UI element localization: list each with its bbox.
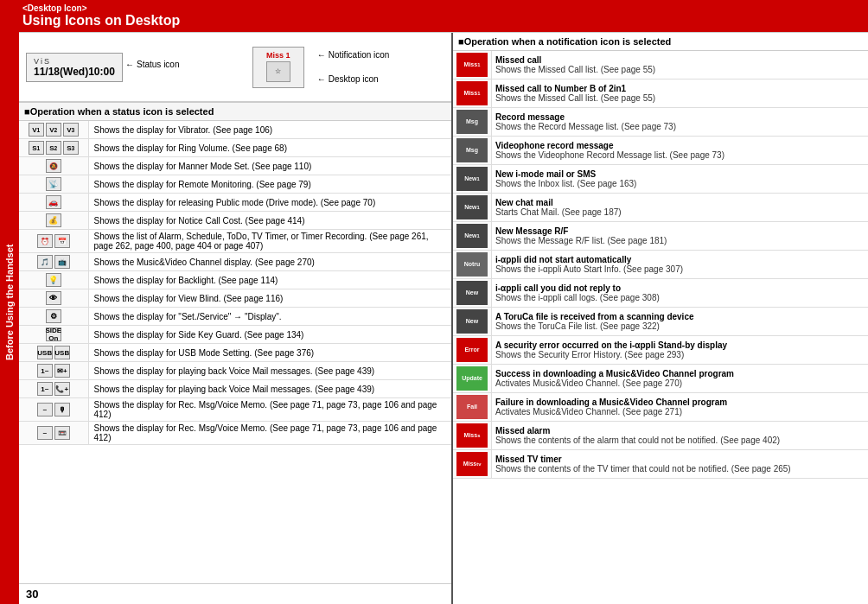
miss-label: Miss 1	[260, 51, 297, 60]
notif-description-cell: Record message Shows the Record Message …	[492, 108, 869, 137]
right-scroll-area[interactable]: Miss1 Missed call Shows the Missed Call …	[453, 51, 868, 604]
description-cell: Shows the display for releasing Public m…	[88, 194, 451, 212]
icon-cell: 1~📞+	[19, 380, 88, 398]
phone-screen: V i S 11/18(Wed)10:00	[26, 53, 123, 82]
status-label-text: Status icon	[137, 60, 179, 69]
page-header: <Desktop Icon> Using Icons on Desktop	[19, 0, 868, 32]
icon-demo-area: V i S 11/18(Wed)10:00 ← Status icon	[19, 33, 451, 102]
notif-description-cell: New Message R/F Shows the Message R/F li…	[492, 222, 869, 251]
icon-cell: ⏰📅	[19, 230, 88, 253]
description-cell: Shows the display for Rec. Msg/Voice Mem…	[88, 422, 451, 445]
sidebar-label-text: Before Using the Handset	[4, 244, 15, 359]
screen-top-icons: V i S	[34, 57, 115, 66]
icon-cell: 🚗	[19, 194, 88, 212]
table-row: USBUSB Shows the display for USB Mode Se…	[19, 344, 451, 362]
notif-icon-cell: Fail	[453, 393, 492, 422]
sidebar-label: Before Using the Handset	[0, 0, 19, 604]
table-row: Notru i-αppli did not start automaticall…	[453, 251, 868, 279]
notif-icon-cell: New	[453, 308, 492, 336]
notification-icon-demo: Miss 1 ☆ ← Notification icon ←	[252, 47, 304, 88]
content-split: V i S 11/18(Wed)10:00 ← Status icon	[19, 32, 868, 604]
table-row: 1~✉+ Shows the display for playing back …	[19, 362, 451, 380]
i-icon: i	[41, 57, 42, 66]
table-row: 1~📞+ Shows the display for playing back …	[19, 380, 451, 398]
description-cell: Shows the display for Side Key Guard. (S…	[88, 326, 451, 344]
desktop-arrow: ←	[317, 71, 326, 88]
description-cell: Shows the display for playing back Voice…	[88, 380, 451, 398]
notif-description-cell: New chat mail Starts Chat Mail. (See pag…	[492, 194, 869, 222]
desktop-icon-box: ☆	[266, 61, 290, 82]
table-row: Miss1 Missed call Shows the Missed Call …	[453, 51, 868, 79]
notif-description-cell: i-αppli call you did not reply to Shows …	[492, 279, 869, 308]
table-row: S1S2S3 Shows the display for Ring Volume…	[19, 139, 451, 157]
icon-cell: 📡	[19, 175, 88, 194]
right-panel: ■Operation when a notification icon is s…	[453, 33, 868, 604]
notif-description-cell: Missed alarm Shows the contents of the a…	[492, 422, 869, 450]
table-row: New1 New chat mail Starts Chat Mail. (Se…	[453, 194, 868, 222]
table-row: V1V2V3 Shows the display for Vibrator. (…	[19, 121, 451, 139]
notif-icon-cell: New1	[453, 222, 492, 251]
table-row: New A ToruCa file is received from a sca…	[453, 308, 868, 336]
description-cell: Shows the display for Backlight. (See pa…	[88, 271, 451, 289]
notification-label-text: Notification icon	[329, 47, 390, 64]
description-cell: Shows the Music&Video Channel display. (…	[88, 253, 451, 271]
table-row: New1 New Message R/F Shows the Message R…	[453, 222, 868, 251]
notif-icon-cell: Update	[453, 365, 492, 393]
notif-description-cell: New i-mode mail or SMS Shows the Inbox l…	[492, 165, 869, 194]
status-icon-demo: V i S 11/18(Wed)10:00 ← Status icon	[26, 53, 123, 82]
notif-description-cell: Videophone record message Shows the Vide…	[492, 137, 869, 165]
notif-description-cell: i-αppli did not start automatically Show…	[492, 251, 869, 279]
notif-screen: Miss 1 ☆	[252, 47, 304, 88]
notification-icon-table: Miss1 Missed call Shows the Missed Call …	[453, 51, 868, 479]
arrow-indicator: ←	[125, 60, 134, 69]
notif-icon-cell: Msg	[453, 108, 492, 137]
table-row: 🔕 Shows the display for Manner Mode Set.…	[19, 157, 451, 175]
right-section-title: ■Operation when a notification icon is s…	[453, 33, 868, 51]
notif-icon-cell: New1	[453, 165, 492, 194]
description-cell: Shows the display for Manner Mode Set. (…	[88, 157, 451, 175]
table-row: SIDEOn Shows the display for Side Key Gu…	[19, 326, 451, 344]
icon-cell: ~📼	[19, 422, 88, 445]
page-big-title: Using Icons on Desktop	[22, 13, 861, 29]
table-row: Update Success in downloading a Music&Vi…	[453, 365, 868, 393]
description-cell: Shows the display for View Blind. (See p…	[88, 289, 451, 308]
right-section-title-text: ■Operation when a notification icon is s…	[458, 36, 671, 47]
table-row: Msg Videophone record message Shows the …	[453, 137, 868, 165]
notification-label-row: ← Notification icon	[317, 47, 390, 64]
page-small-title: <Desktop Icon>	[22, 3, 861, 13]
notif-icon-cell: Miss1	[453, 79, 492, 108]
description-cell: Shows the display for USB Mode Setting. …	[88, 344, 451, 362]
table-row: Error A security error occurred on the i…	[453, 336, 868, 365]
table-row: Msg Record message Shows the Record Mess…	[453, 108, 868, 137]
desktop-label-row: ← Desktop icon	[317, 71, 390, 88]
desktop-label-text: Desktop icon	[329, 71, 379, 88]
left-section-title-text: ■Operation when a status icon is selecte…	[24, 106, 214, 117]
table-row: New i-αppli call you did not reply to Sh…	[453, 279, 868, 308]
icon-cell: 🎵📺	[19, 253, 88, 271]
notif-icon-cell: Error	[453, 336, 492, 365]
description-cell: Shows the display for Ring Volume. (See …	[88, 139, 451, 157]
table-row: Miss1 Missed call to Number B of 2in1 Sh…	[453, 79, 868, 108]
description-cell: Shows the display for Rec. Msg/Voice Mem…	[88, 398, 451, 422]
screen-date: 11/18(Wed)10:00	[34, 66, 115, 78]
notif-description-cell: Missed TV timer Shows the contents of th…	[492, 450, 869, 479]
description-cell: Shows the display for Remote Monitoring.…	[88, 175, 451, 194]
left-panel: V i S 11/18(Wed)10:00 ← Status icon	[19, 33, 453, 604]
icon-cell: S1S2S3	[19, 139, 88, 157]
left-scroll-area[interactable]: V1V2V3 Shows the display for Vibrator. (…	[19, 121, 451, 583]
notif-description-cell: Missed call to Number B of 2in1 Shows th…	[492, 79, 869, 108]
icon-cell: SIDEOn	[19, 326, 88, 344]
table-row: ~📼 Shows the display for Rec. Msg/Voice …	[19, 422, 451, 445]
table-row: ⚙ Shows the display for "Set./Service" →…	[19, 308, 451, 326]
icon-cell: 💰	[19, 212, 88, 230]
table-row: 🎵📺 Shows the Music&Video Channel display…	[19, 253, 451, 271]
page-container: Before Using the Handset <Desktop Icon> …	[0, 0, 868, 604]
notif-icon-cell: Misstv	[453, 450, 492, 479]
icon-cell: ⚙	[19, 308, 88, 326]
desktop-icon-symbol: ☆	[275, 67, 281, 75]
notif-arrow: ←	[317, 47, 326, 64]
status-icon-arrow-label: ← Status icon	[125, 60, 179, 69]
table-row: Misstv Missed TV timer Shows the content…	[453, 450, 868, 479]
table-row: 👁 Shows the display for View Blind. (See…	[19, 289, 451, 308]
notif-description-cell: A ToruCa file is received from a scannin…	[492, 308, 869, 336]
